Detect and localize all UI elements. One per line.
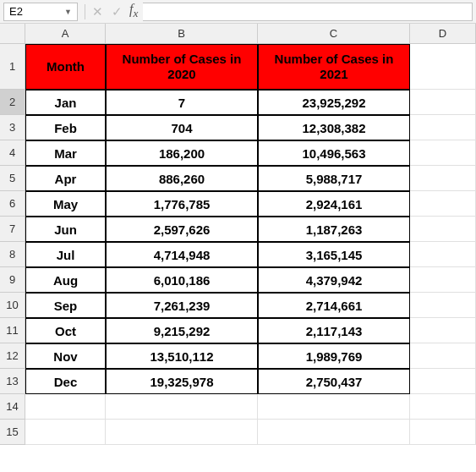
row-header-15[interactable]: 15: [0, 420, 25, 445]
cell-D-8[interactable]: [410, 242, 476, 267]
formula-input[interactable]: [143, 3, 473, 21]
row-header-12[interactable]: 12: [0, 343, 25, 369]
cell-2021-10[interactable]: 1,989,769: [258, 343, 410, 369]
cell-D-6[interactable]: [410, 191, 476, 217]
cell-2021-3[interactable]: 5,988,717: [258, 166, 410, 191]
cell-D-2[interactable]: [410, 90, 476, 115]
formula-bar-icons: ✕ ✓: [92, 4, 123, 19]
cell-2020-9[interactable]: 9,215,292: [106, 318, 258, 343]
cell-2021-0[interactable]: 23,925,292: [258, 90, 410, 115]
cell-month-4[interactable]: May: [25, 191, 106, 217]
name-box[interactable]: E2 ▼: [3, 3, 78, 21]
cell-2020-3[interactable]: 886,260: [106, 166, 258, 191]
formula-bar-area: E2 ▼ ✕ ✓ fx: [0, 0, 476, 24]
row-header-4[interactable]: 4: [0, 140, 25, 166]
row-header-7[interactable]: 7: [0, 217, 25, 242]
row-header-13[interactable]: 13: [0, 369, 25, 394]
cell-month-10[interactable]: Nov: [25, 343, 106, 369]
name-box-value: E2: [9, 5, 23, 18]
cell-month-8[interactable]: Sep: [25, 293, 106, 318]
cell-month-9[interactable]: Oct: [25, 318, 106, 343]
cell-2021-7[interactable]: 4,379,942: [258, 267, 410, 293]
row-header-9[interactable]: 9: [0, 267, 25, 293]
cell-D-15[interactable]: [410, 420, 476, 445]
divider: [85, 4, 85, 19]
cell-2020-5[interactable]: 2,597,626: [106, 217, 258, 242]
row-header-5[interactable]: 5: [0, 166, 25, 191]
cell-2020-2[interactable]: 186,200: [106, 140, 258, 166]
row-header-6[interactable]: 6: [0, 191, 25, 217]
cell-D-1[interactable]: [410, 44, 476, 90]
cell-2021-6[interactable]: 3,165,145: [258, 242, 410, 267]
cell-2021-4[interactable]: 2,924,161: [258, 191, 410, 217]
header-2021[interactable]: Number of Cases in 2021: [258, 44, 410, 90]
cell-D-11[interactable]: [410, 318, 476, 343]
cell-empty-2-13[interactable]: [258, 394, 410, 420]
cell-2020-8[interactable]: 7,261,239: [106, 293, 258, 318]
row-header-8[interactable]: 8: [0, 242, 25, 267]
header-month[interactable]: Month: [25, 44, 106, 90]
col-header-B[interactable]: B: [106, 24, 258, 44]
cell-empty-2-14[interactable]: [258, 420, 410, 445]
cell-D-13[interactable]: [410, 369, 476, 394]
cell-2021-8[interactable]: 2,714,661: [258, 293, 410, 318]
select-all-corner[interactable]: [0, 24, 25, 44]
cell-2021-2[interactable]: 10,496,563: [258, 140, 410, 166]
cell-2020-10[interactable]: 13,510,112: [106, 343, 258, 369]
cell-month-0[interactable]: Jan: [25, 90, 106, 115]
cell-2021-11[interactable]: 2,750,437: [258, 369, 410, 394]
cell-2020-6[interactable]: 4,714,948: [106, 242, 258, 267]
cell-month-5[interactable]: Jun: [25, 217, 106, 242]
row-header-14[interactable]: 14: [0, 394, 25, 420]
row-header-1[interactable]: 1: [0, 44, 25, 90]
cell-D-7[interactable]: [410, 217, 476, 242]
col-header-C[interactable]: C: [258, 24, 410, 44]
cell-2020-4[interactable]: 1,776,785: [106, 191, 258, 217]
cell-month-3[interactable]: Apr: [25, 166, 106, 191]
cell-D-9[interactable]: [410, 267, 476, 293]
row-header-3[interactable]: 3: [0, 115, 25, 140]
cell-empty-1-13[interactable]: [106, 394, 258, 420]
cell-month-2[interactable]: Mar: [25, 140, 106, 166]
cell-month-6[interactable]: Jul: [25, 242, 106, 267]
cell-2020-1[interactable]: 704: [106, 115, 258, 140]
cell-empty-0-14[interactable]: [25, 420, 106, 445]
cell-month-1[interactable]: Feb: [25, 115, 106, 140]
cell-D-14[interactable]: [410, 394, 476, 420]
cell-month-7[interactable]: Aug: [25, 267, 106, 293]
cell-2020-11[interactable]: 19,325,978: [106, 369, 258, 394]
cell-D-4[interactable]: [410, 140, 476, 166]
col-header-D[interactable]: D: [410, 24, 476, 44]
row-header-2[interactable]: 2: [0, 90, 25, 115]
header-2020[interactable]: Number of Cases in 2020: [106, 44, 258, 90]
cell-2021-9[interactable]: 2,117,143: [258, 318, 410, 343]
cell-D-3[interactable]: [410, 115, 476, 140]
cancel-icon: ✕: [92, 4, 103, 19]
row-header-11[interactable]: 11: [0, 318, 25, 343]
chevron-down-icon[interactable]: ▼: [64, 8, 72, 16]
cell-D-12[interactable]: [410, 343, 476, 369]
col-header-A[interactable]: A: [25, 24, 106, 44]
cell-month-11[interactable]: Dec: [25, 369, 106, 394]
cell-2021-1[interactable]: 12,308,382: [258, 115, 410, 140]
cell-2020-7[interactable]: 6,010,186: [106, 267, 258, 293]
cell-2020-0[interactable]: 7: [106, 90, 258, 115]
cell-D-5[interactable]: [410, 166, 476, 191]
confirm-icon: ✓: [112, 4, 123, 19]
row-header-10[interactable]: 10: [0, 293, 25, 318]
cell-D-10[interactable]: [410, 293, 476, 318]
cell-empty-0-13[interactable]: [25, 394, 106, 420]
fx-icon[interactable]: fx: [129, 2, 138, 20]
cell-empty-1-14[interactable]: [106, 420, 258, 445]
cell-2021-5[interactable]: 1,187,263: [258, 217, 410, 242]
